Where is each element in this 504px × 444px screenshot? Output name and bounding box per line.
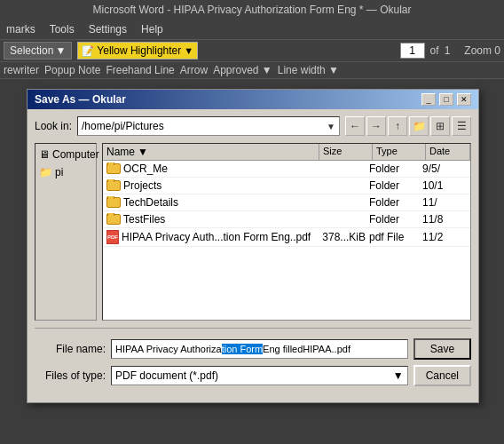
filename-label: File name:: [35, 343, 106, 355]
file-list: Name ▼ Size Type Date OCR_Me Folder 9/5/: [102, 143, 471, 321]
file-name: OCR_Me: [123, 163, 168, 175]
menu-bar: marks Tools Settings Help: [0, 20, 504, 40]
filetype-row: Files of type: PDF document (*.pdf) ▼ Ca…: [35, 365, 471, 386]
new-folder-button[interactable]: 📁: [409, 116, 429, 136]
col-header-name[interactable]: Name ▼: [103, 144, 319, 160]
filename-input[interactable]: HIPAA Privacy Authorization Form Eng fil…: [111, 339, 408, 359]
toolbar2-linewidth: Line width ▼: [278, 64, 339, 76]
file-row[interactable]: PDF HIPAA Privacy Auth...tion Form Eng..…: [103, 228, 470, 247]
filename-row: File name: HIPAA Privacy Authorization F…: [35, 338, 471, 360]
file-list-header: Name ▼ Size Type Date: [103, 144, 470, 161]
selection-button[interactable]: Selection ▼: [4, 42, 72, 59]
forward-button[interactable]: →: [366, 116, 386, 136]
computer-icon: 🖥: [39, 148, 50, 161]
menu-item-settings[interactable]: Settings: [86, 22, 130, 36]
file-list-container: 🖥 Computer 📁 pi Name ▼ Size Type Date: [35, 143, 471, 321]
filetype-combo[interactable]: PDF document (*.pdf) ▼: [111, 366, 408, 385]
col-header-type[interactable]: Type: [373, 144, 426, 160]
places-panel: 🖥 Computer 📁 pi: [35, 143, 97, 321]
col-header-date[interactable]: Date: [426, 144, 470, 160]
toolbar-1: Selection ▼ 📝 Yellow Highlighter ▼ of 1 …: [0, 40, 504, 62]
dialog-close-button[interactable]: ✕: [457, 93, 471, 106]
file-date: 10/1: [422, 179, 467, 192]
look-in-dropdown-arrow: ▼: [327, 122, 335, 131]
filename-selected: tion Form: [222, 344, 263, 354]
toolbar2-arrow: Arrow: [180, 64, 208, 76]
highlighter-button[interactable]: 📝 Yellow Highlighter ▼: [77, 42, 198, 59]
menu-item-marks[interactable]: marks: [4, 22, 38, 36]
place-computer[interactable]: 🖥 Computer: [37, 146, 94, 163]
file-name: TestFiles: [123, 213, 165, 226]
file-row[interactable]: TechDetails Folder 11/: [103, 194, 470, 211]
file-type: Folder: [369, 196, 422, 209]
pdf-icon: PDF: [106, 230, 119, 244]
app-title-bar: Microsoft Word - HIPAA Privacy Authoriza…: [0, 0, 504, 20]
save-button[interactable]: Save: [413, 338, 471, 360]
filetype-dropdown-arrow: ▼: [393, 369, 404, 382]
file-date: 11/2: [422, 231, 467, 243]
dialog-body: Look in: /home/pi/Pictures ▼ ← → ↑ 📁 ⊞ ☰…: [28, 109, 478, 402]
bottom-section: File name: HIPAA Privacy Authorization F…: [35, 335, 471, 395]
page-of: of: [430, 44, 439, 57]
place-computer-label: Computer: [52, 148, 99, 161]
filename-after: Eng filledHIPAA..pdf: [263, 344, 350, 354]
dialog-title-bar: Save As — Okular _ □ ✕: [28, 90, 478, 109]
action-buttons: Save: [413, 338, 471, 360]
filetype-value: PDF document (*.pdf): [115, 369, 218, 382]
file-name: Projects: [123, 179, 161, 192]
file-type: Folder: [369, 213, 422, 226]
back-button[interactable]: ←: [345, 116, 365, 136]
file-type: pdf File: [369, 231, 422, 243]
file-name: HIPAA Privacy Auth...tion Form Eng..pdf: [122, 231, 311, 243]
file-size: 378...KiB: [316, 231, 369, 243]
look-in-row: Look in: /home/pi/Pictures ▼ ← → ↑ 📁 ⊞ ☰: [35, 116, 471, 136]
file-date: 11/8: [422, 213, 467, 226]
sort-arrow: ▼: [138, 146, 148, 158]
filename-before: HIPAA Privacy Authoriza: [115, 344, 222, 354]
current-path: /home/pi/Pictures: [82, 120, 164, 132]
folder-icon: [106, 180, 121, 191]
nav-buttons: ← → ↑ 📁 ⊞ ☰: [345, 116, 471, 136]
dialog-title-buttons: _ □ ✕: [421, 93, 471, 106]
page-total: 1: [445, 44, 451, 57]
place-pi-label: pi: [55, 166, 63, 178]
dialog-minimize-button[interactable]: _: [421, 93, 436, 106]
toolbar-2: rewriter Popup Note Freehand Line Arrow …: [0, 62, 504, 79]
file-type: Folder: [369, 179, 422, 192]
file-date: 11/: [422, 196, 467, 209]
look-in-label: Look in:: [35, 120, 72, 132]
dialog-maximize-button[interactable]: □: [439, 93, 453, 106]
filetype-label: Files of type:: [35, 369, 106, 382]
place-pi[interactable]: 📁 pi: [37, 163, 94, 181]
horizontal-scrollbar[interactable]: [35, 328, 471, 335]
file-row[interactable]: TestFiles Folder 11/8: [103, 211, 470, 228]
file-row[interactable]: Projects Folder 10/1: [103, 178, 470, 194]
toolbar2-freehand: Freehand Line: [106, 64, 174, 76]
file-type: Folder: [369, 163, 422, 175]
toolbar2-rewriter: rewriter: [4, 64, 39, 76]
empty-space: [103, 247, 470, 318]
cancel-buttons: Cancel: [413, 365, 471, 386]
file-row[interactable]: OCR_Me Folder 9/5/: [103, 161, 470, 178]
grid-view-button[interactable]: ⊞: [430, 116, 450, 136]
folder-icon: [106, 214, 121, 225]
col-header-size[interactable]: Size: [319, 144, 373, 160]
zoom-label: Zoom 0: [464, 44, 500, 57]
save-as-dialog: Save As — Okular _ □ ✕ Look in: /home/pi…: [27, 89, 479, 403]
page-number-input[interactable]: [400, 43, 425, 59]
cancel-button[interactable]: Cancel: [413, 365, 471, 386]
up-button[interactable]: ↑: [388, 116, 407, 136]
file-name: TechDetails: [123, 196, 178, 209]
menu-item-help[interactable]: Help: [138, 22, 166, 36]
menu-item-tools[interactable]: Tools: [47, 22, 77, 36]
list-view-button[interactable]: ☰: [452, 116, 471, 136]
file-date: 9/5/: [422, 163, 467, 175]
look-in-combo[interactable]: /home/pi/Pictures ▼: [77, 116, 340, 136]
toolbar2-popup-note: Popup Note: [44, 64, 100, 76]
pi-folder-icon: 📁: [39, 166, 52, 178]
folder-icon: [106, 197, 121, 208]
dialog-title: Save As — Okular: [35, 93, 126, 106]
app-title: Microsoft Word - HIPAA Privacy Authoriza…: [92, 4, 411, 16]
toolbar2-approved: Approved ▼: [213, 64, 272, 76]
folder-icon: [106, 163, 121, 174]
